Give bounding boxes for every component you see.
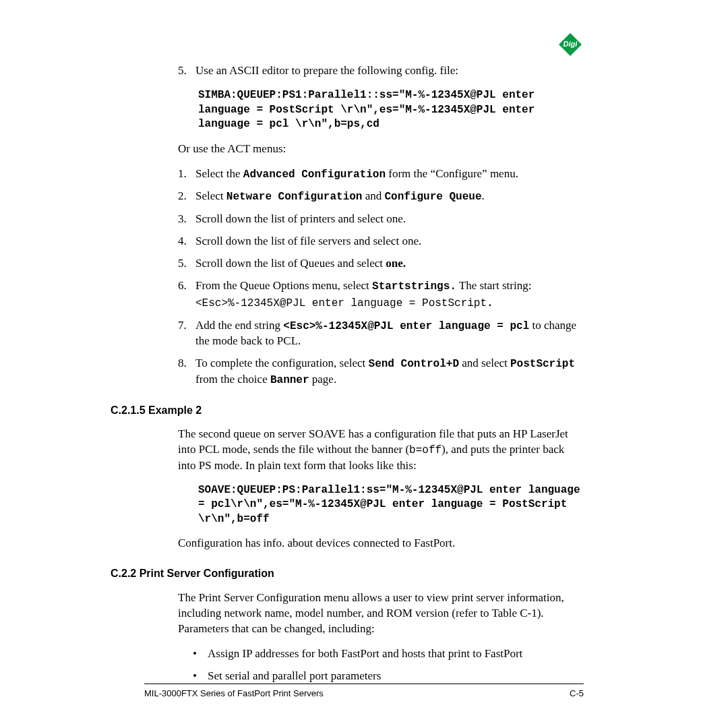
digi-logo: Digi [557,31,584,58]
list-number: 5. [178,256,195,272]
list-item: 3.Scroll down the list of printers and s… [178,212,584,227]
list-item: 1.Select the Advanced Configuration form… [178,166,584,183]
config-code-2: SOAVE:QUEUEP:PS:Parallel1:ss="M-%-12345X… [198,483,584,527]
bullet-icon: • [193,669,208,684]
list-text: Add the end string <Esc>%-12345X@PJL ent… [195,318,584,350]
svg-text:Digi: Digi [564,40,578,48]
print-server-paragraph: The Print Server Configuration menu allo… [178,590,584,637]
list-item: 6.From the Queue Options menu, select St… [178,278,584,311]
section-print-server: C.2.2 Print Server Configuration [111,566,584,581]
list-number: 2. [178,189,195,205]
list-number: 7. [178,318,195,350]
list-number: 8. [178,356,195,388]
bullet-text: Set serial and parallel port parameters [208,669,381,684]
list-number: 1. [178,166,195,183]
steps-list: 1.Select the Advanced Configuration form… [178,166,584,388]
list-text: From the Queue Options menu, select Star… [195,278,584,311]
list-text: Scroll down the list of Queues and selec… [195,256,584,272]
list-text: Select the Advanced Configuration form t… [195,166,584,183]
bullet-text: Assign IP addresses for both FastPort an… [208,646,522,662]
config-code-1: SIMBA:QUEUEP:PS1:Parallel1::ss="M-%-1234… [198,88,584,132]
bullet-item: •Set serial and parallel port parameters [193,669,584,684]
list-item: 8.To complete the configuration, select … [178,356,584,388]
list-number: 5. [178,63,195,79]
bullet-list: •Assign IP addresses for both FastPort a… [193,646,584,684]
footer-left: MIL-3000FTX Series of FastPort Print Ser… [144,688,324,698]
section-example-2: C.2.1.5 Example 2 [111,403,584,418]
top-step: 5. Use an ASCII editor to prepare the fo… [178,63,584,79]
footer-right: C-5 [570,688,584,698]
page-footer: MIL-3000FTX Series of FastPort Print Ser… [144,684,584,698]
list-text: Use an ASCII editor to prepare the follo… [195,63,584,79]
list-number: 4. [178,234,195,249]
list-item: 7.Add the end string <Esc>%-12345X@PJL e… [178,318,584,350]
list-item: 5.Scroll down the list of Queues and sel… [178,256,584,272]
list-number: 3. [178,212,195,227]
bullet-item: •Assign IP addresses for both FastPort a… [193,646,584,662]
config-has-text: Configuration has info. about devices co… [178,536,584,551]
bullet-icon: • [193,646,208,662]
list-text: Select Netware Configuration and Configu… [195,189,584,205]
example-2-paragraph: The second queue on server SOAVE has a c… [178,427,584,473]
list-text: To complete the configuration, select Se… [195,356,584,388]
list-text: Scroll down the list of printers and sel… [195,212,584,227]
page-content: 5. Use an ASCII editor to prepare the fo… [144,63,584,684]
or-use-text: Or use the ACT menus: [178,142,584,157]
list-text: Scroll down the list of file servers and… [195,234,584,249]
list-item: 4.Scroll down the list of file servers a… [178,234,584,249]
list-number: 6. [178,278,195,311]
list-item: 2.Select Netware Configuration and Confi… [178,189,584,205]
